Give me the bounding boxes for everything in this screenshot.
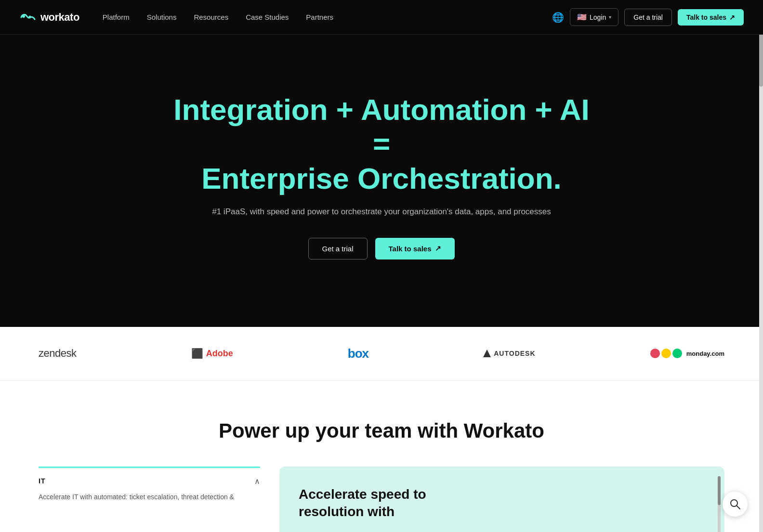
accordion-it-body: Accelerate IT with automated: ticket esc… xyxy=(39,492,260,502)
search-icon xyxy=(730,499,740,509)
hero-sales-button[interactable]: Talk to sales ↗ xyxy=(375,238,455,260)
hero-buttons: Get a trial Talk to sales ↗ xyxy=(19,238,744,260)
nav-partners[interactable]: Partners xyxy=(306,13,333,21)
hero-subtitle: #1 iPaaS, with speed and power to orches… xyxy=(19,207,744,217)
panel-scrollbar-thumb xyxy=(718,476,721,505)
nav-platform[interactable]: Platform xyxy=(103,13,130,21)
arrow-icon: ↗ xyxy=(729,13,735,21)
chevron-up-icon: ∧ xyxy=(254,477,260,486)
nav-case-studies[interactable]: Case Studies xyxy=(246,13,289,21)
autodesk-icon xyxy=(483,350,491,357)
accordion-it: IT ∧ Accelerate IT with automated: ticke… xyxy=(39,467,260,511)
chevron-down-icon: ▾ xyxy=(609,14,611,20)
monday-dot-yellow xyxy=(661,349,671,358)
monday-logo: monday.com xyxy=(650,349,724,358)
zendesk-logo: zendesk xyxy=(39,347,76,360)
globe-icon[interactable]: 🌐 xyxy=(552,12,564,23)
nav-links: Platform Solutions Resources Case Studie… xyxy=(103,13,552,21)
monday-dot-red xyxy=(650,349,660,358)
panel-scrollbar[interactable] xyxy=(718,476,721,532)
hero-section: Integration + Automation + AI = Enterpri… xyxy=(0,35,763,327)
page-scrollbar-thumb xyxy=(759,29,763,87)
nav-trial-button[interactable]: Get a trial xyxy=(624,9,672,26)
arrow-icon: ↗ xyxy=(435,244,441,253)
logos-strip: zendesk ⬛ Adobe box AUTODESK monday.com xyxy=(0,327,763,381)
workato-logo-icon xyxy=(19,12,37,23)
hero-trial-button[interactable]: Get a trial xyxy=(308,238,368,260)
flag-icon: 🇺🇸 xyxy=(577,13,587,22)
nav-sales-button[interactable]: Talk to sales ↗ xyxy=(678,9,744,26)
nav-resources[interactable]: Resources xyxy=(194,13,228,21)
logo-text: workato xyxy=(40,11,79,24)
monday-dot-green xyxy=(672,349,682,358)
left-panel: IT ∧ Accelerate IT with automated: ticke… xyxy=(39,467,260,511)
power-section: Power up your team with Workato IT ∧ Acc… xyxy=(0,381,763,532)
autodesk-logo: AUTODESK xyxy=(483,350,535,357)
accordion-it-header[interactable]: IT ∧ xyxy=(39,477,260,486)
svg-line-4 xyxy=(737,506,740,509)
svg-marker-2 xyxy=(483,350,491,357)
page-scrollbar[interactable] xyxy=(759,0,763,532)
login-button[interactable]: 🇺🇸 Login ▾ xyxy=(570,8,618,26)
right-panel: Accelerate speed to resolution with xyxy=(279,467,724,532)
hero-title: Integration + Automation + AI = Enterpri… xyxy=(170,92,593,195)
power-title: Power up your team with Workato xyxy=(39,419,724,442)
accordion-it-label: IT xyxy=(39,477,45,485)
logo[interactable]: workato xyxy=(19,11,79,24)
power-content: IT ∧ Accelerate IT with automated: ticke… xyxy=(39,467,724,532)
login-label: Login xyxy=(590,13,606,21)
nav-actions: 🌐 🇺🇸 Login ▾ Get a trial Talk to sales ↗ xyxy=(552,8,744,26)
svg-point-1 xyxy=(29,15,31,18)
search-fab[interactable] xyxy=(723,492,748,517)
svg-point-0 xyxy=(22,15,25,18)
navbar: workato Platform Solutions Resources Cas… xyxy=(0,0,763,35)
right-panel-title: Accelerate speed to resolution with xyxy=(299,486,462,521)
nav-solutions[interactable]: Solutions xyxy=(147,13,177,21)
adobe-logo: ⬛ Adobe xyxy=(191,348,233,359)
box-logo: box xyxy=(348,346,368,361)
